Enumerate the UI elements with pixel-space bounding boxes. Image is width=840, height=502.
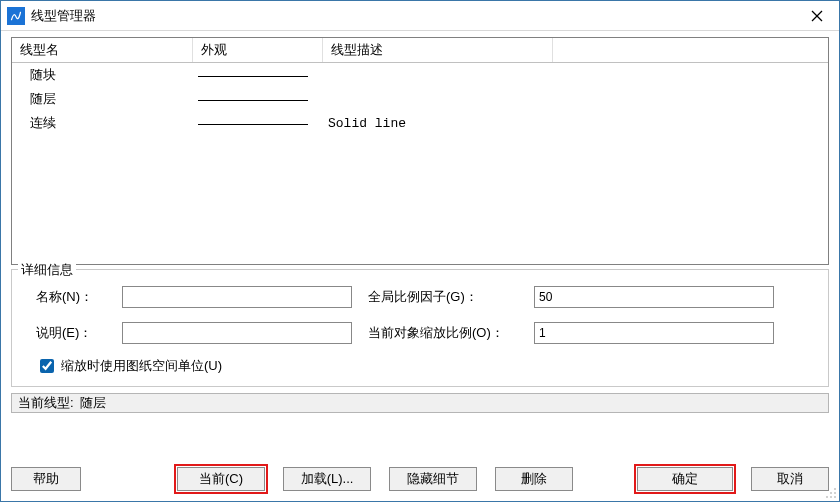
line-sample-icon	[198, 76, 308, 77]
name-label: 名称(N)：	[36, 288, 106, 306]
svg-point-4	[834, 492, 836, 494]
delete-button[interactable]: 删除	[495, 467, 573, 491]
obj-scale-label: 当前对象缩放比例(O)：	[368, 324, 518, 342]
use-paper-units-label: 缩放时使用图纸空间单位(U)	[61, 357, 222, 375]
current-linetype-value: 随层	[80, 394, 106, 412]
hide-details-button[interactable]: 隐藏细节	[389, 467, 477, 491]
col-header-appearance[interactable]: 外观	[192, 38, 322, 63]
close-button[interactable]	[795, 1, 839, 31]
svg-point-2	[834, 488, 836, 490]
current-linetype-label: 当前线型:	[18, 394, 74, 412]
cell-desc	[322, 63, 552, 88]
use-paper-units-checkbox[interactable]	[40, 359, 54, 373]
cancel-button[interactable]: 取消	[751, 467, 829, 491]
name-field[interactable]	[122, 286, 352, 308]
title-bar: 线型管理器	[1, 1, 839, 31]
details-legend: 详细信息	[18, 261, 76, 279]
cell-appearance	[192, 111, 322, 135]
ok-button[interactable]: 确定	[637, 467, 733, 491]
table-header-row: 线型名 外观 线型描述	[12, 38, 828, 63]
current-button[interactable]: 当前(C)	[177, 467, 265, 491]
window-title: 线型管理器	[31, 7, 96, 25]
resize-grip-icon[interactable]	[825, 487, 837, 499]
details-group: 详细信息 名称(N)： 全局比例因子(G)： 说明(E)： 当前对象缩放比例(O…	[11, 269, 829, 387]
svg-point-5	[826, 496, 828, 498]
cell-appearance	[192, 63, 322, 88]
table-row[interactable]: 随层	[12, 87, 828, 111]
line-sample-icon	[198, 100, 308, 101]
table-row[interactable]: 连续 Solid line	[12, 111, 828, 135]
desc-field[interactable]	[122, 322, 352, 344]
help-button[interactable]: 帮助	[11, 467, 81, 491]
cell-name: 随块	[12, 63, 192, 88]
cell-desc: Solid line	[322, 111, 552, 135]
cell-appearance	[192, 87, 322, 111]
button-row: 帮助 当前(C) 加载(L)... 隐藏细节 删除 确定 取消	[11, 467, 829, 491]
load-button[interactable]: 加载(L)...	[283, 467, 371, 491]
svg-point-7	[834, 496, 836, 498]
desc-label: 说明(E)：	[36, 324, 106, 342]
linetype-table[interactable]: 线型名 外观 线型描述 随块 随层 连续 Solid l	[11, 37, 829, 265]
svg-point-6	[830, 496, 832, 498]
app-icon	[7, 7, 25, 25]
col-header-name[interactable]: 线型名	[12, 38, 192, 63]
line-sample-icon	[198, 124, 308, 125]
current-linetype-bar: 当前线型: 随层	[11, 393, 829, 413]
col-header-spacer	[552, 38, 828, 63]
col-header-desc[interactable]: 线型描述	[322, 38, 552, 63]
svg-point-3	[830, 492, 832, 494]
cell-name: 随层	[12, 87, 192, 111]
obj-scale-field[interactable]	[534, 322, 774, 344]
global-scale-field[interactable]	[534, 286, 774, 308]
cell-name: 连续	[12, 111, 192, 135]
global-scale-label: 全局比例因子(G)：	[368, 288, 518, 306]
table-row[interactable]: 随块	[12, 63, 828, 88]
cell-desc	[322, 87, 552, 111]
